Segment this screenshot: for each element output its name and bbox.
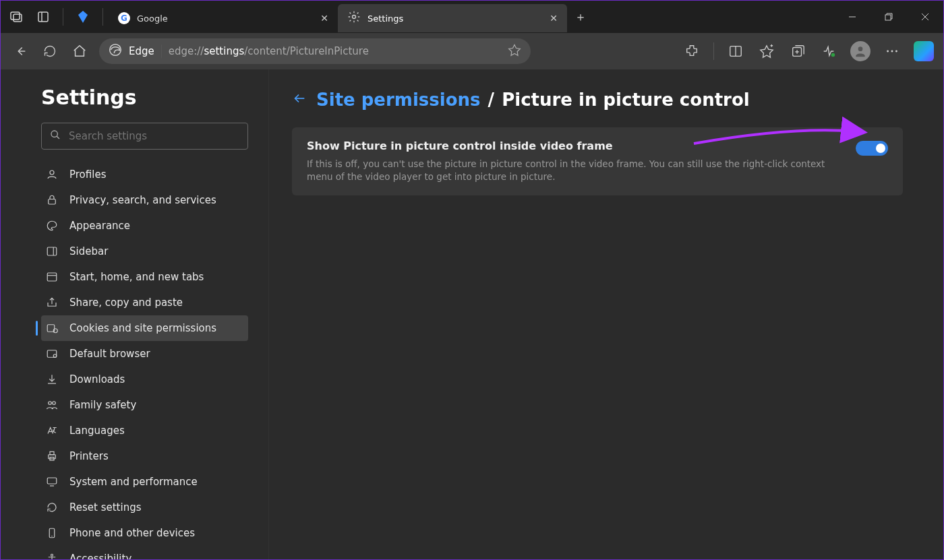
favorites-icon[interactable]	[757, 42, 776, 61]
separator	[102, 8, 103, 26]
sapphire-icon[interactable]	[76, 9, 90, 24]
tabs-container: G Google ✕ Settings ✕ ＋	[109, 1, 834, 33]
sidebar-item-label: Appearance	[69, 220, 130, 232]
content-area: Settings Profiles Privacy, search, and s…	[1, 69, 943, 559]
pip-toggle[interactable]	[856, 141, 888, 156]
language-icon	[45, 424, 59, 437]
tab-actions-icon[interactable]	[9, 9, 24, 24]
breadcrumb-current: Picture in picture control	[502, 90, 750, 110]
close-icon[interactable]: ✕	[550, 13, 558, 24]
svg-rect-36	[47, 350, 57, 358]
profile-icon	[45, 168, 59, 181]
breadcrumb-row: Site permissions / Picture in picture co…	[292, 90, 903, 110]
new-tab-button[interactable]: ＋	[567, 1, 594, 33]
share-icon	[45, 296, 59, 309]
back-button[interactable]	[10, 41, 30, 61]
sidebar-item-family[interactable]: Family safety	[41, 392, 248, 418]
sidebar-item-profiles[interactable]: Profiles	[41, 162, 248, 187]
lock-icon	[45, 193, 59, 207]
search-input[interactable]	[69, 130, 239, 142]
browser-essentials-icon[interactable]	[819, 42, 838, 61]
svg-rect-45	[47, 478, 57, 484]
svg-point-21	[831, 53, 835, 57]
close-icon[interactable]: ✕	[320, 13, 328, 24]
sidebar-item-privacy[interactable]: Privacy, search, and services	[41, 187, 248, 213]
sidebar-item-cookies[interactable]: Cookies and site permissions	[41, 315, 248, 341]
tab-label: Google	[137, 13, 314, 24]
settings-sidebar: Settings Profiles Privacy, search, and s…	[1, 69, 269, 559]
sidebar-item-start[interactable]: Start, home, and new tabs	[41, 264, 248, 290]
svg-point-49	[51, 554, 53, 556]
breadcrumb-back-icon[interactable]	[292, 91, 307, 109]
svg-marker-15	[761, 46, 773, 57]
address-bar[interactable]: Edge edge://settings/content/PictureInPi…	[99, 38, 531, 64]
gear-icon	[347, 10, 361, 26]
extensions-icon[interactable]	[682, 42, 701, 61]
favorite-star-icon[interactable]	[508, 43, 521, 59]
setting-title: Show Picture in picture control inside v…	[307, 139, 842, 152]
breadcrumb: Site permissions / Picture in picture co…	[316, 90, 750, 110]
svg-rect-30	[47, 247, 57, 255]
sidebar-item-label: System and performance	[69, 476, 198, 488]
window-icon	[45, 270, 59, 284]
svg-point-5	[353, 15, 356, 19]
palette-icon	[45, 219, 59, 232]
edge-logo-icon	[109, 43, 122, 59]
svg-rect-1	[13, 14, 22, 22]
sidebar-item-label: Printers	[69, 450, 109, 462]
sidebar-item-phone[interactable]: Phone and other devices	[41, 520, 248, 546]
sidebar-item-label: Family safety	[69, 399, 136, 411]
svg-point-22	[858, 46, 863, 51]
sidebar-item-label: Cookies and site permissions	[69, 322, 216, 334]
titlebar: G Google ✕ Settings ✕ ＋	[1, 1, 943, 33]
toolbar-right	[682, 41, 934, 61]
maximize-button[interactable]	[871, 5, 907, 29]
home-button[interactable]	[69, 41, 90, 61]
separator	[713, 42, 714, 60]
sidebar-item-accessibility[interactable]: Accessibility	[41, 546, 248, 559]
minimize-button[interactable]	[834, 5, 871, 29]
tab-label: Settings	[367, 13, 543, 24]
tab-google[interactable]: G Google ✕	[109, 4, 338, 32]
download-icon	[45, 373, 59, 386]
copilot-icon[interactable]	[914, 41, 934, 61]
setting-text: Show Picture in picture control inside v…	[307, 139, 842, 183]
svg-point-26	[51, 131, 57, 137]
sidebar-item-reset[interactable]: Reset settings	[41, 495, 248, 520]
sidebar-item-languages[interactable]: Languages	[41, 418, 248, 443]
sidebar-item-appearance[interactable]: Appearance	[41, 213, 248, 239]
split-screen-icon[interactable]	[726, 42, 745, 61]
profile-avatar[interactable]	[850, 41, 871, 61]
page-identity-label: Edge	[129, 45, 154, 57]
sidebar-item-label: Downloads	[69, 373, 125, 385]
sidebar-item-default-browser[interactable]: Default browser	[41, 341, 248, 367]
phone-icon	[45, 526, 59, 540]
main-content: Site permissions / Picture in picture co…	[269, 69, 943, 559]
sidebar-item-label: Reset settings	[69, 501, 142, 514]
sidebar-item-printers[interactable]: Printers	[41, 443, 248, 469]
google-favicon-icon: G	[118, 12, 130, 24]
breadcrumb-link[interactable]: Site permissions	[316, 90, 481, 110]
svg-point-24	[891, 51, 893, 53]
sidebar-item-downloads[interactable]: Downloads	[41, 367, 248, 392]
sidebar-item-label: Privacy, search, and services	[69, 194, 216, 206]
sidebar-item-share[interactable]: Share, copy and paste	[41, 290, 248, 315]
sidebar-item-sidebar[interactable]: Sidebar	[41, 239, 248, 264]
search-settings-box[interactable]	[41, 123, 248, 150]
more-menu-icon[interactable]	[883, 42, 902, 61]
refresh-button[interactable]	[40, 41, 60, 61]
search-icon	[50, 129, 61, 143]
close-window-button[interactable]	[907, 5, 943, 29]
svg-point-37	[53, 354, 57, 358]
vertical-tabs-icon[interactable]	[36, 9, 51, 24]
svg-line-27	[57, 136, 59, 139]
svg-rect-29	[49, 199, 56, 205]
collections-icon[interactable]	[788, 42, 807, 61]
svg-point-40	[53, 402, 56, 405]
svg-rect-2	[38, 12, 48, 22]
svg-marker-4	[78, 11, 88, 23]
toolbar: Edge edge://settings/content/PictureInPi…	[1, 33, 943, 69]
setting-description: If this is off, you can't use the pictur…	[307, 158, 842, 183]
sidebar-item-system[interactable]: System and performance	[41, 469, 248, 495]
tab-settings[interactable]: Settings ✕	[338, 4, 567, 32]
